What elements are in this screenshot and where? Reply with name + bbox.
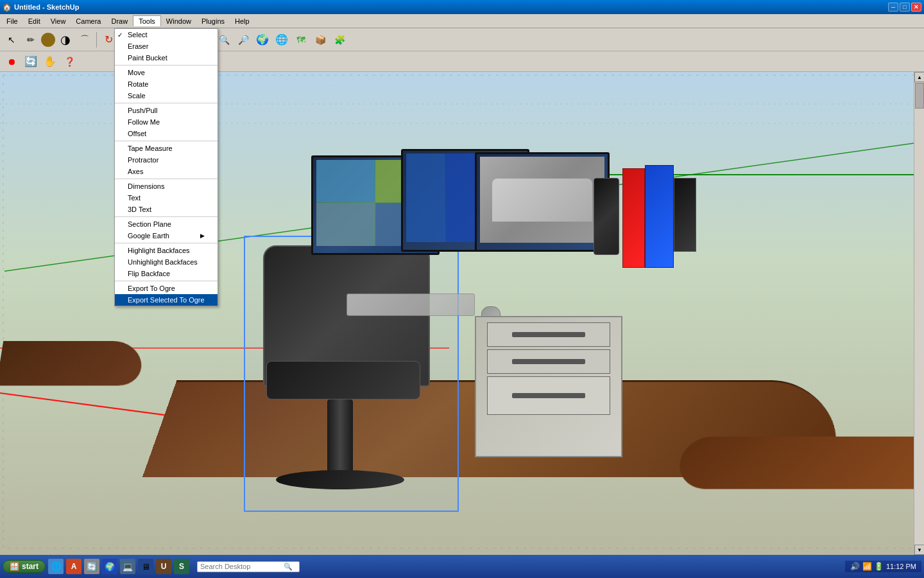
taskbar-s[interactable]: S	[174, 559, 189, 574]
sep-6	[115, 243, 218, 243]
sep-2	[115, 103, 218, 103]
sep-4	[115, 179, 218, 179]
toolbar-arc[interactable]: ⌒	[76, 31, 94, 49]
system-icons: 🔊 📶 🔋	[850, 562, 884, 571]
menu-item-google-earth[interactable]: Google Earth ▶	[115, 230, 218, 241]
close-button[interactable]: ✕	[911, 3, 921, 12]
taskbar-refresh[interactable]: 🔄	[84, 559, 99, 574]
menu-plugins[interactable]: Plugins	[196, 16, 230, 26]
taskbar-right: 🔊 📶 🔋 11:12 PM	[845, 561, 921, 572]
sep-7	[115, 281, 218, 281]
taskbar: 🪟 start 🌐 A 🔄 🌍 💻 🖥 U S 🔍 🔊 📶 🔋 11:12 PM	[0, 555, 924, 578]
menu-item-move[interactable]: Move	[115, 67, 218, 78]
speaker-right	[674, 178, 696, 252]
menu-view[interactable]: View	[46, 16, 71, 26]
speaker-left	[594, 178, 619, 255]
taskbar-computer[interactable]: 💻	[120, 559, 135, 574]
menu-tools[interactable]: Tools	[133, 15, 161, 26]
menu-item-flip-backface[interactable]: Flip Backface	[115, 268, 218, 279]
menu-item-highlight-backfaces[interactable]: Highlight Backfaces	[115, 245, 218, 256]
toolbar2-record[interactable]: ⏺	[3, 53, 21, 71]
menu-item-eraser[interactable]: Eraser	[115, 40, 218, 52]
menu-item-section-plane[interactable]: Section Plane	[115, 218, 218, 230]
menu-item-tape-measure[interactable]: Tape Measure	[115, 143, 218, 154]
menu-item-push-pull[interactable]: Push/Pull	[115, 105, 218, 116]
toolbar2-orbit[interactable]: 🔄	[22, 53, 40, 71]
app-title: Untitled - SketchUp	[14, 3, 79, 11]
taskbar-ie[interactable]: 🌐	[48, 559, 64, 574]
toolbar2-pan[interactable]: ✋	[41, 53, 59, 71]
menu-item-axes[interactable]: Axes	[115, 166, 218, 177]
minimize-button[interactable]: ─	[888, 3, 898, 12]
app-icon: 🏠	[3, 3, 12, 12]
menu-item-dimensions[interactable]: Dimensions	[115, 180, 218, 192]
toolbar-terrain[interactable]: 🗺	[292, 31, 310, 49]
toolbar-zoomout[interactable]: 🔎	[234, 31, 252, 49]
cabinet	[475, 316, 622, 457]
menu-item-select[interactable]: Select	[115, 29, 218, 40]
menu-item-rotate[interactable]: Rotate	[115, 78, 218, 90]
menu-bar: File Edit View Camera Draw Tools Window …	[0, 14, 924, 28]
toolbar-pencil[interactable]: ✏	[22, 31, 40, 49]
tools-dropdown: Select Eraser Paint Bucket Move Rotate S…	[114, 28, 218, 306]
chair-seat	[266, 361, 420, 399]
taskbar-a[interactable]: A	[66, 559, 81, 574]
sep-1	[115, 65, 218, 66]
keyboard	[346, 293, 475, 316]
scroll-thumb[interactable]	[915, 83, 924, 109]
desk-extension	[0, 341, 145, 385]
menu-item-offset[interactable]: Offset	[115, 128, 218, 139]
menu-item-scale[interactable]: Scale	[115, 90, 218, 101]
menu-file[interactable]: File	[1, 16, 23, 26]
scrollbar-vertical[interactable]: ▲ ▼	[914, 72, 924, 555]
search-icon[interactable]: 🔍	[284, 563, 293, 571]
taskbar-u[interactable]: U	[156, 559, 171, 574]
binder-red	[622, 168, 645, 268]
taskbar-monitor[interactable]: 🖥	[138, 559, 153, 574]
search-input[interactable]	[200, 563, 284, 570]
scroll-up-button[interactable]: ▲	[914, 72, 924, 82]
monitor-right	[475, 152, 610, 252]
search-bar: 🔍	[197, 561, 300, 572]
toolbar-sep-1	[96, 32, 97, 48]
toolbar2-question[interactable]: ❓	[60, 53, 78, 71]
google-earth-arrow: ▶	[200, 232, 205, 239]
toolbar-components[interactable]: 🧩	[330, 31, 348, 49]
clock: 11:12 PM	[886, 563, 916, 570]
toolbar-material[interactable]	[41, 33, 55, 47]
menu-item-export-selected-ogre[interactable]: Export Selected To Ogre	[115, 294, 218, 306]
menu-window[interactable]: Window	[161, 16, 196, 26]
menu-item-paint-bucket[interactable]: Paint Bucket	[115, 52, 218, 64]
desk-right-extension	[675, 437, 924, 489]
title-bar-controls: ─ □ ✕	[888, 3, 921, 12]
start-label: start	[22, 562, 38, 571]
title-bar: 🏠 Untitled - SketchUp ─ □ ✕	[0, 0, 924, 14]
scroll-down-button[interactable]: ▼	[914, 545, 924, 555]
menu-edit[interactable]: Edit	[23, 16, 46, 26]
menu-item-unhighlight-backfaces[interactable]: Unhighlight Backfaces	[115, 256, 218, 268]
title-bar-left: 🏠 Untitled - SketchUp	[3, 3, 79, 12]
toolbar-select[interactable]: ↖	[3, 31, 21, 49]
start-icon: 🪟	[10, 562, 19, 571]
binder-blue	[645, 165, 674, 268]
menu-item-follow-me[interactable]: Follow Me	[115, 116, 218, 128]
maximize-button[interactable]: □	[900, 3, 910, 12]
menu-help[interactable]: Help	[230, 16, 255, 26]
sep-3	[115, 141, 218, 141]
menu-item-text[interactable]: Text	[115, 192, 218, 204]
start-button[interactable]: 🪟 start	[3, 560, 46, 573]
toolbar-globe[interactable]: 🌍	[253, 31, 271, 49]
toolbar-warehouse[interactable]: 📦	[311, 31, 329, 49]
menu-draw[interactable]: Draw	[106, 16, 133, 26]
menu-item-3d-text[interactable]: 3D Text	[115, 204, 218, 215]
taskbar-earth[interactable]: 🌍	[102, 559, 117, 574]
menu-item-export-ogre[interactable]: Export To Ogre	[115, 283, 218, 294]
menu-camera[interactable]: Camera	[71, 16, 106, 26]
chair-base	[276, 470, 404, 489]
menu-item-protractor[interactable]: Protractor	[115, 154, 218, 166]
toolbar-satellite[interactable]: 🌐	[273, 31, 291, 49]
toolbar-circle[interactable]: ◑	[56, 31, 74, 49]
sep-5	[115, 216, 218, 217]
